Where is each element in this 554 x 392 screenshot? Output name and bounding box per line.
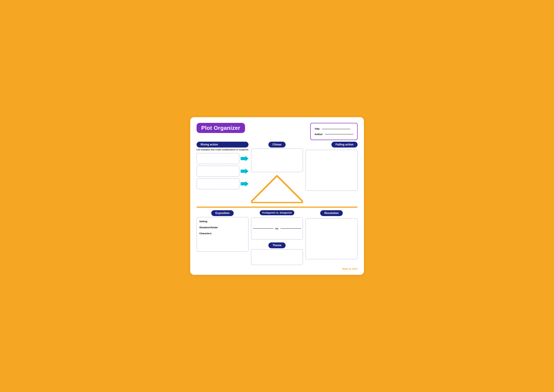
- exposition-label: Exposition: [215, 211, 229, 215]
- footer: Made by Kami: [197, 267, 358, 270]
- svg-marker-0: [241, 156, 249, 161]
- main-content: Rising action List examples that create …: [197, 142, 358, 265]
- author-underline[interactable]: [325, 134, 353, 134]
- rising-action-subtitle: List examples that create complications …: [197, 148, 249, 151]
- resolution-label: Resolution: [324, 211, 339, 215]
- falling-label-row: Falling action: [305, 142, 357, 147]
- situation-label: Situation/climate:: [199, 226, 246, 229]
- falling-action-col: Falling action: [305, 142, 357, 191]
- resolution-col: Resolution: [305, 210, 357, 259]
- title-field-row: Title:: [314, 126, 353, 131]
- top-row: Rising action List examples that create …: [197, 142, 358, 205]
- rising-box-row-1: [197, 153, 249, 164]
- resolution-label-row: Resolution: [305, 210, 357, 216]
- info-box: Title: Author:: [310, 123, 357, 140]
- exposition-box[interactable]: Setting: Situation/climate: Characters:: [197, 217, 249, 252]
- climax-box[interactable]: [251, 148, 303, 172]
- theme-box[interactable]: [251, 249, 303, 265]
- theme-section: Theme: [251, 242, 303, 265]
- resolution-badge: Resolution: [320, 210, 343, 216]
- author-field-row: Author:: [314, 132, 353, 137]
- protag-label-row: Protagonist vs. Antagonist: [251, 210, 303, 215]
- protagonist-underline[interactable]: [253, 228, 273, 229]
- header-row: Plot Organizer Title: Author:: [197, 123, 358, 140]
- baseline-bar: [197, 207, 358, 208]
- rising-boxes: [197, 153, 249, 189]
- rising-input-3[interactable]: [197, 178, 239, 189]
- falling-action-badge: Falling action: [331, 142, 357, 147]
- bottom-row: Exposition Setting: Situation/climate: C…: [197, 210, 358, 265]
- vs-text: vs.: [275, 227, 279, 230]
- rising-action-label: Rising action: [201, 143, 218, 146]
- resolution-box[interactable]: [305, 218, 357, 259]
- protag-badge: Protagonist vs. Antagonist: [260, 210, 294, 215]
- rising-input-1[interactable]: [197, 153, 239, 164]
- characters-label: Characters:: [199, 232, 246, 235]
- arrow-1-icon: [241, 155, 249, 161]
- mountain-col: Climax: [251, 142, 303, 205]
- title-label: Title:: [314, 127, 320, 130]
- made-by-text: Made by: [342, 267, 352, 270]
- arrow-3-icon: [241, 181, 249, 187]
- climax-label-row: Climax: [268, 142, 286, 147]
- theme-label: Theme: [272, 244, 282, 247]
- rising-action-badge: Rising action: [197, 142, 249, 147]
- exposition-col: Exposition Setting: Situation/climate: C…: [197, 210, 249, 252]
- theme-label-row: Theme: [251, 242, 303, 248]
- falling-action-box[interactable]: [305, 150, 357, 191]
- vs-line: vs.: [253, 227, 301, 230]
- protagonist-col: Protagonist vs. Antagonist vs. Theme: [251, 210, 303, 265]
- page-title: Plot Organizer: [201, 125, 241, 131]
- rising-action-label-area: Rising action List examples that create …: [197, 142, 249, 151]
- arrow-2-icon: [241, 168, 249, 174]
- plot-mountain-icon: [251, 174, 303, 205]
- climax-badge: Climax: [268, 142, 286, 147]
- antagonist-underline[interactable]: [281, 228, 301, 229]
- falling-action-label: Falling action: [335, 143, 353, 146]
- setting-label: Setting:: [199, 220, 246, 223]
- main-page: Plot Organizer Title: Author: Rising act…: [190, 117, 364, 275]
- svg-marker-1: [241, 168, 249, 174]
- brand-name: Kami: [352, 267, 357, 270]
- protag-label: Protagonist vs. Antagonist: [262, 211, 292, 214]
- exposition-label-row: Exposition: [197, 210, 249, 216]
- rising-action-col: Rising action List examples that create …: [197, 142, 249, 189]
- theme-badge: Theme: [268, 242, 286, 248]
- rising-input-2[interactable]: [197, 166, 239, 177]
- title-badge: Plot Organizer: [197, 123, 245, 133]
- svg-marker-2: [241, 181, 249, 186]
- title-area: Plot Organizer: [197, 123, 245, 133]
- protag-box[interactable]: vs.: [251, 217, 303, 240]
- author-label: Author:: [314, 133, 323, 135]
- climax-label: Climax: [272, 143, 282, 146]
- title-underline[interactable]: [322, 129, 350, 129]
- exposition-badge: Exposition: [211, 210, 234, 216]
- rising-box-row-3: [197, 178, 249, 189]
- rising-box-row-2: [197, 166, 249, 177]
